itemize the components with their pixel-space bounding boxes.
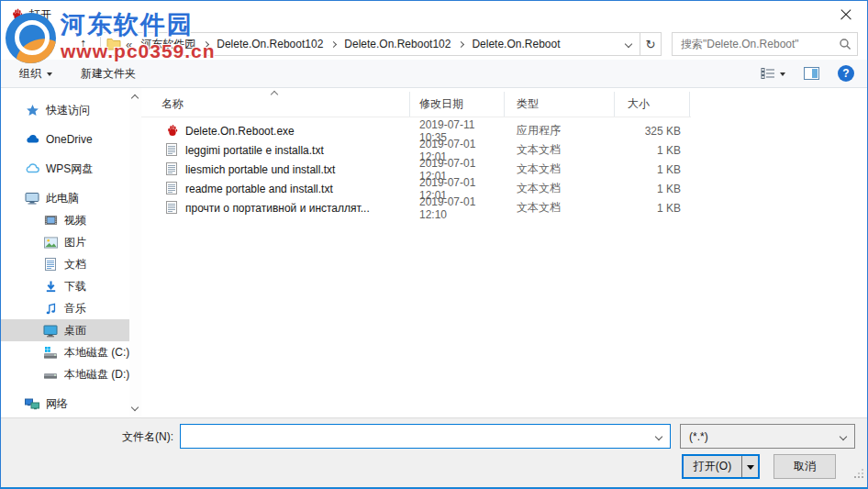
up-icon[interactable]: ↑ [80, 35, 87, 50]
picture-icon [43, 235, 58, 250]
dialog-footer: 文件名(N): (*.*) 打开(O) 取消 [1, 417, 867, 487]
column-header-size[interactable]: 大小 [615, 92, 690, 117]
red-hand-file-icon [166, 124, 179, 138]
sidebar-item-label: 音乐 [64, 301, 86, 317]
address-dropdown-icon[interactable] [618, 33, 640, 55]
organize-label: 组织 [19, 66, 41, 82]
dialog-title: 打开 [29, 7, 51, 23]
new-folder-label: 新建文件夹 [81, 66, 136, 82]
open-button-label: 打开(O) [684, 456, 741, 477]
sidebar-item-network[interactable]: 网络 [1, 393, 129, 415]
search-box [672, 32, 858, 56]
text-file-icon [166, 182, 179, 195]
sidebar-item-label: 图片 [64, 235, 86, 250]
drive-icon [43, 367, 58, 382]
sidebar-item-documents[interactable]: 文档 [1, 253, 129, 275]
document-icon [43, 257, 58, 272]
file-type: 应用程序 [505, 123, 615, 139]
new-folder-button[interactable]: 新建文件夹 [81, 66, 136, 82]
preview-pane-icon [804, 67, 819, 80]
breadcrumb-item[interactable]: Delete.On.Reboot102 [215, 38, 325, 50]
search-input[interactable] [673, 38, 833, 50]
file-type: 文本文档 [505, 181, 615, 196]
forward-icon[interactable]: → [36, 35, 50, 50]
filetype-value: (*.*) [681, 430, 840, 443]
file-row[interactable]: прочти о портативной и инсталлят... 2019… [141, 198, 867, 217]
chevron-down-icon [47, 72, 52, 79]
close-icon[interactable] [825, 1, 867, 28]
filename-label: 文件名(N): [1, 425, 173, 450]
scroll-up-icon[interactable] [131, 94, 139, 102]
chevron-right-icon [203, 40, 209, 47]
sidebar-item-quick-access[interactable]: 快速访问 [1, 99, 129, 121]
sidebar-item-videos[interactable]: 视频 [1, 209, 129, 231]
sidebar-item-wps-cloud[interactable]: WPS网盘 [1, 158, 129, 180]
breadcrumb-item[interactable]: Delete.On.Reboot102 [342, 38, 452, 50]
sidebar-scrollbar[interactable] [129, 88, 141, 417]
column-header-type[interactable]: 类型 [505, 92, 615, 117]
sidebar-item-desktop[interactable]: 桌面 [1, 319, 129, 341]
address-bar[interactable]: « 河东软件园 Delete.On.Reboot102 Delete.On.Re… [100, 32, 662, 56]
scroll-down-icon[interactable] [131, 404, 139, 411]
sidebar-item-downloads[interactable]: 下载 [1, 275, 129, 297]
column-label: 修改日期 [419, 96, 463, 112]
toolbar-right-group: ? [761, 65, 854, 82]
sidebar-item-label: 此电脑 [46, 191, 79, 206]
sidebar-item-label: 桌面 [64, 323, 86, 339]
desktop-icon [43, 323, 58, 338]
folder-icon [106, 38, 121, 50]
organize-button[interactable]: 组织 [19, 66, 52, 82]
sidebar-item-label: 文档 [64, 257, 86, 272]
open-button[interactable]: 打开(O) [682, 454, 760, 479]
file-type: 文本文档 [505, 142, 615, 158]
onedrive-cloud-icon [25, 132, 39, 147]
breadcrumb-overflow-icon[interactable]: « [126, 38, 132, 51]
star-icon [25, 103, 39, 117]
sidebar-item-pictures[interactable]: 图片 [1, 231, 129, 253]
filetype-select[interactable]: (*.*) [680, 424, 855, 449]
column-header-date[interactable]: 修改日期 [410, 92, 505, 117]
sidebar-item-music[interactable]: 音乐 [1, 297, 129, 319]
preview-pane-button[interactable] [804, 67, 819, 80]
filename-dropdown-icon[interactable] [648, 434, 670, 439]
sidebar-item-drive-d[interactable]: 本地磁盘 (D:) [1, 363, 129, 385]
refresh-icon[interactable]: ↻ [640, 33, 661, 55]
filename-combobox [180, 424, 671, 449]
title-bar: 打开 [1, 1, 867, 28]
resize-grip[interactable] [854, 476, 856, 478]
system-drive-icon [43, 345, 58, 360]
back-icon[interactable]: ← [14, 35, 28, 50]
file-size: 1 KB [615, 183, 690, 195]
sidebar-item-this-pc[interactable]: 此电脑 [1, 187, 129, 209]
help-icon[interactable]: ? [838, 65, 854, 82]
download-arrow-icon [43, 279, 58, 294]
sidebar-item-label: 网络 [46, 396, 68, 412]
cancel-button[interactable]: 取消 [773, 454, 836, 479]
sidebar-item-label: 本地磁盘 (D:) [64, 367, 129, 383]
sidebar-item-label: 视频 [64, 213, 86, 228]
file-date: 2019-07-01 12:10 [410, 195, 505, 221]
file-name: readme portable and install.txt [185, 183, 333, 195]
breadcrumb-item[interactable]: 河东软件园 [139, 37, 197, 52]
text-file-icon [166, 201, 179, 215]
file-name: liesmich portable und install.txt [185, 163, 335, 176]
main-area: 快速访问 OneDrive WPS网盘 此电脑 视频 图片 [1, 88, 867, 417]
file-type: 文本文档 [505, 161, 615, 177]
sidebar-item-onedrive[interactable]: OneDrive [1, 128, 129, 150]
view-mode-button[interactable] [761, 67, 785, 80]
filename-input[interactable] [181, 425, 648, 448]
search-icon[interactable] [833, 38, 857, 50]
chevron-down-icon [840, 432, 847, 439]
column-label: 大小 [628, 96, 650, 112]
file-size: 325 KB [615, 125, 690, 138]
sidebar-item-drive-c[interactable]: 本地磁盘 (C:) [1, 341, 129, 363]
network-icon [25, 396, 39, 411]
red-hand-app-icon [11, 8, 24, 21]
file-name: прочти о портативной и инсталлят... [185, 202, 370, 215]
sidebar-item-label: 下载 [64, 279, 86, 295]
open-split-dropdown[interactable] [742, 456, 758, 477]
breadcrumb-item[interactable]: Delete.On.Reboot [470, 38, 562, 50]
sidebar: 快速访问 OneDrive WPS网盘 此电脑 视频 图片 [1, 88, 129, 417]
file-name: leggimi portatile e installa.txt [185, 144, 324, 157]
column-label: 名称 [161, 96, 184, 112]
